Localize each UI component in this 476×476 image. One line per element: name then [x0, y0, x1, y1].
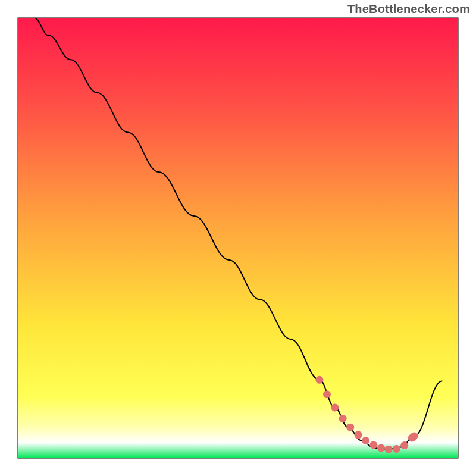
optimal-dot: [315, 376, 323, 384]
optimal-dot: [355, 431, 362, 439]
optimal-dot: [369, 441, 377, 449]
gradient-background: [18, 18, 458, 458]
chart-stage: TheBottlenecker.com: [0, 0, 476, 476]
optimal-dot: [346, 424, 354, 431]
optimal-dot: [411, 433, 418, 440]
optimal-dot: [339, 415, 347, 422]
watermark-text: TheBottlenecker.com: [347, 2, 470, 16]
optimal-dot: [393, 445, 400, 453]
optimal-dot: [362, 437, 369, 444]
optimal-dot: [400, 441, 408, 449]
optimal-dot: [377, 444, 385, 452]
bottleneck-chart: [0, 0, 476, 476]
optimal-dot: [323, 390, 331, 398]
optimal-dot: [331, 403, 339, 411]
optimal-dot: [385, 446, 393, 453]
